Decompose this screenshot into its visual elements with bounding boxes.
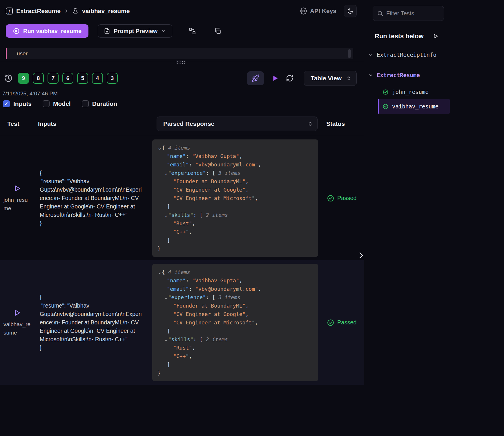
gear-icon [300,8,307,14]
prompt-role-label: user [17,50,28,57]
breadcrumb-test[interactable]: vaibhav_resume [82,8,130,14]
parsed-response-select[interactable]: Parsed Response [157,117,318,131]
collapse-chevron[interactable]: ⌄ [157,145,162,151]
test-flask-icon [72,8,79,14]
collapse-chevron[interactable]: ⌄ [164,170,168,176]
filter-inputs[interactable]: ✓ Inputs [3,100,32,107]
table-header: Test Inputs Parsed Response Status [0,117,364,136]
json-token: 4 items [168,145,190,151]
history-run-9[interactable]: 9 [18,73,29,84]
check-circle-icon [327,195,334,202]
json-token: 3 items [218,170,240,176]
run-test-label: Run vaibhav_resume [23,28,81,34]
run-tests-below-label: Run tests below [375,32,424,40]
tree-item-label: vaibhav_resume [392,103,438,110]
json-token: : [186,153,192,159]
collapse-chevron[interactable]: ⌄ [164,336,168,342]
run-row-button[interactable] [13,184,23,193]
json-token: , [258,161,261,168]
copy-button[interactable] [214,27,222,35]
prompt-preview-dropdown[interactable]: Prompt Preview [98,24,172,38]
view-mode-select[interactable]: Table View [304,71,357,86]
json-token: ] [157,361,170,368]
json-token: ] [157,328,170,334]
tree-item-label: john_resume [392,89,429,95]
json-token: ] [157,204,170,210]
json-token: : [ [193,336,206,342]
model-checkbox[interactable]: ✓ [43,100,50,107]
json-token: , [255,319,258,326]
collapse-chevron[interactable]: ⌄ [164,212,168,218]
breadcrumb-function[interactable]: ExtractResume [16,8,61,14]
history-run-8[interactable]: 8 [33,73,44,84]
filter-duration[interactable]: ✓ Duration [82,100,117,107]
history-run-6[interactable]: 6 [62,73,73,84]
json-token: "Vaibhav Gupta" [192,277,239,284]
filter-tests-field[interactable] [373,6,444,21]
run-test-button[interactable]: Run vaibhav_resume [6,24,88,38]
run-tests-below-button[interactable]: Run tests below [375,32,504,40]
scrollbar-thumb[interactable] [348,49,351,58]
run-controls-bar: 9 8 7 6 5 4 3 Table View [0,71,364,86]
inputs-checkbox-label: Inputs [13,100,32,107]
history-clock-icon[interactable] [4,74,13,83]
column-header-test: Test [0,120,36,127]
json-token: "skills" [168,212,193,218]
json-token: "Founder at BoundaryML" [173,178,245,184]
json-token [157,170,164,176]
play-outline-icon [432,33,439,39]
toolbar: Run vaibhav_resume Prompt Preview [0,24,364,38]
tree-group-extract-receipt-info[interactable]: ExtractReceiptInfo [368,52,504,58]
tree-item-john-resume[interactable]: john_resume [378,85,450,99]
json-token: "Rust" [173,345,192,351]
json-tree-viewer: ⌄{ 4 items "name": "Vaibhav Gupta", "ema… [152,264,318,381]
theme-toggle-button[interactable] [344,5,357,17]
json-token: , [192,220,195,226]
duration-checkbox[interactable]: ✓ [82,100,89,107]
refresh-button[interactable] [286,75,293,82]
column-header-status: Status [318,120,364,127]
history-run-4[interactable]: 4 [92,73,103,84]
function-icon: ƒ [6,8,13,14]
json-token: , [245,178,249,184]
history-run-5[interactable]: 5 [77,73,88,84]
inputs-checkbox[interactable]: ✓ [3,100,10,107]
json-token: { [162,269,168,275]
filter-tests-input[interactable] [386,10,436,17]
json-token [157,303,173,309]
history-run-7[interactable]: 7 [48,73,59,84]
parsed-response-value: Parsed Response [163,120,214,127]
collapse-chevron[interactable]: ⌄ [157,269,162,275]
json-token: , [189,229,192,235]
json-token: "email" [167,286,189,292]
test-cell: vaibhav_resume [0,263,36,382]
drag-handle[interactable] [176,60,186,64]
collapse-chevron[interactable]: ⌄ [164,294,168,300]
json-token: , [255,195,258,201]
history-run-3[interactable]: 3 [107,73,118,84]
json-token: 2 items [206,336,228,342]
json-token [157,286,167,292]
search-icon [377,10,383,17]
run-timestamp: 7/11/2025, 4:07:46 PM [2,90,364,97]
json-token [157,187,173,193]
tree-item-vaibhav-resume[interactable]: vaibhav_resume [378,99,450,114]
tests-tree: ExtractReceiptInfo ExtractResume john_re… [368,52,504,114]
workflow-graph-button[interactable] [188,27,196,35]
json-token: , [189,353,192,359]
json-token [157,277,167,284]
api-keys-button[interactable]: API Keys [300,8,336,14]
scroll-right-chevron[interactable] [357,250,365,260]
json-token: "Vaibhav Gupta" [192,153,239,159]
json-token [157,212,164,218]
json-token [157,153,167,159]
copy-icon [214,27,222,35]
run-all-button[interactable] [271,75,279,82]
filter-model[interactable]: ✓ Model [43,100,71,107]
tree-group-extract-resume[interactable]: ExtractResume [368,72,504,78]
main-panel: ƒ ExtractResume vaibhav_resume API Keys [0,0,364,436]
parsed-cell: ⌄{ 4 items "name": "Vaibhav Gupta", "ema… [152,263,318,382]
run-row-button[interactable] [13,308,23,317]
prompt-role-section[interactable]: user [6,48,353,59]
deploy-rocket-button[interactable] [247,71,264,85]
